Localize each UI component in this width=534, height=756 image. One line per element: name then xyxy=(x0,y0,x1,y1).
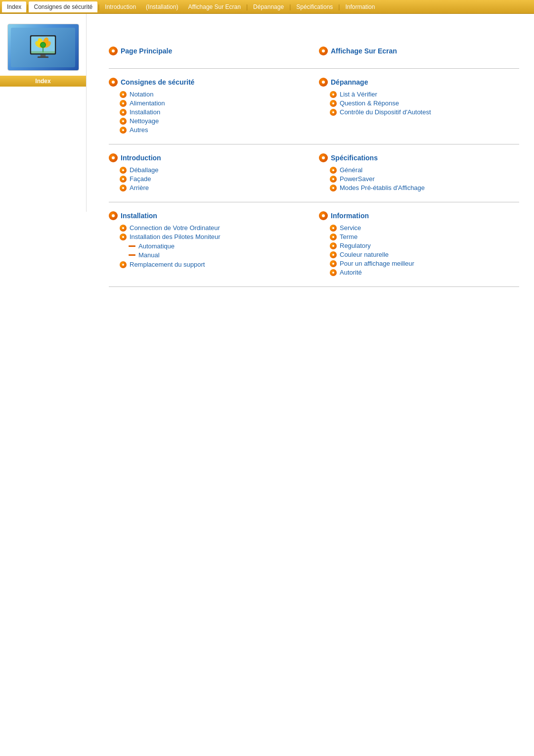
section-depannage: Dépannage List à Vérifier Question & Rép… xyxy=(314,69,519,144)
list-item[interactable]: Installation des Pilotes Moniteur xyxy=(120,233,294,240)
sub-sub-items-install: Automatique Manual xyxy=(129,242,294,259)
icon-powersaver xyxy=(330,176,337,183)
list-item[interactable]: Manual xyxy=(129,251,294,259)
section-header-depannage: Dépannage xyxy=(319,78,509,87)
link-information[interactable]: Information xyxy=(331,212,369,220)
nav-item-safety[interactable]: Consignes de sécurité xyxy=(29,1,97,12)
sub-items-consignes: Notation Alimentation Installation Netto… xyxy=(120,91,294,134)
icon-installation xyxy=(109,211,118,220)
sidebar: Index xyxy=(0,14,87,212)
list-item[interactable]: Automatique xyxy=(129,242,294,250)
list-item[interactable]: Déballage xyxy=(120,166,294,174)
link-depannage[interactable]: Dépannage xyxy=(331,78,368,86)
icon-installation-sub xyxy=(120,109,127,116)
link-autorite[interactable]: Autorité xyxy=(340,269,362,276)
list-item[interactable]: Modes Pré-établis d'Affichage xyxy=(330,184,509,191)
section-consignes: Consignes de sécurité Notation Alimentat… xyxy=(109,69,314,144)
link-couleur-naturelle[interactable]: Couleur naturelle xyxy=(340,251,389,258)
link-powersaver[interactable]: PowerSaver xyxy=(340,175,375,183)
icon-information xyxy=(319,211,328,220)
list-item[interactable]: PowerSaver xyxy=(330,175,509,183)
link-facade[interactable]: Façade xyxy=(130,175,151,183)
link-consignes[interactable]: Consignes de sécurité xyxy=(121,78,194,86)
list-item[interactable]: Général xyxy=(330,166,509,174)
icon-dash-manual xyxy=(129,254,135,256)
list-item[interactable]: Contrôle du Dispositif d'Autotest xyxy=(330,108,509,116)
icon-service xyxy=(330,225,337,232)
link-specifications[interactable]: Spécifications xyxy=(331,154,378,162)
list-item[interactable]: Installation xyxy=(120,108,294,116)
nav-item-info[interactable]: Information xyxy=(340,1,380,12)
main-content: Page Principale Affichage Sur Ecran Cons… xyxy=(94,28,534,297)
link-regulatory[interactable]: Regulatory xyxy=(340,242,371,249)
list-item[interactable]: Façade xyxy=(120,175,294,183)
nav-item-index[interactable]: Index xyxy=(2,1,26,12)
nav-item-troubleshoot[interactable]: Dépannage xyxy=(248,1,289,12)
link-list-verifier[interactable]: List à Vérifier xyxy=(340,91,377,98)
list-item[interactable]: Connection de Votre Ordinateur xyxy=(120,224,294,232)
sub-items-information: Service Terme Regulatory Couleur naturel… xyxy=(330,224,509,276)
icon-modes-preétablis xyxy=(330,185,337,191)
link-controle[interactable]: Contrôle du Dispositif d'Autotest xyxy=(340,108,431,116)
sidebar-index-button[interactable]: Index xyxy=(0,76,86,87)
sub-items-installation: Connection de Votre Ordinateur Installat… xyxy=(120,224,294,268)
nav-item-install[interactable]: (Installation) xyxy=(141,1,183,12)
link-modes-preétablis[interactable]: Modes Pré-établis d'Affichage xyxy=(340,184,425,191)
link-arriere[interactable]: Arrière xyxy=(130,184,149,191)
link-question-reponse[interactable]: Question & Réponse xyxy=(340,99,399,107)
link-deballage[interactable]: Déballage xyxy=(130,166,159,174)
link-remplacement[interactable]: Remplacement du support xyxy=(130,261,205,268)
section-header-page-principale: Page Principale xyxy=(109,47,299,55)
monitor-icon xyxy=(28,33,58,62)
link-manual[interactable]: Manual xyxy=(138,251,160,259)
list-item[interactable]: Question & Réponse xyxy=(330,99,509,107)
nav-item-specs[interactable]: Spécifications xyxy=(291,1,338,12)
list-item[interactable]: Regulatory xyxy=(330,242,509,249)
nav-item-display[interactable]: Affichage Sur Ecran xyxy=(183,1,246,12)
svg-rect-11 xyxy=(31,51,55,53)
link-page-principale[interactable]: Page Principale xyxy=(121,47,172,55)
sub-items-depannage: List à Vérifier Question & Réponse Contr… xyxy=(330,91,509,116)
link-installation-sub[interactable]: Installation xyxy=(130,108,160,116)
list-item[interactable]: Nettoyage xyxy=(120,117,294,125)
list-item[interactable]: Service xyxy=(330,224,509,232)
icon-depannage xyxy=(319,78,328,87)
list-item[interactable]: Couleur naturelle xyxy=(330,251,509,258)
link-nettoyage[interactable]: Nettoyage xyxy=(130,117,159,125)
icon-list-verifier xyxy=(330,91,337,98)
icon-introduction xyxy=(109,153,118,162)
list-item[interactable]: Autres xyxy=(120,126,294,134)
list-item[interactable]: Notation xyxy=(120,91,294,98)
list-item[interactable]: Autorité xyxy=(330,269,509,276)
link-affichage-meilleur[interactable]: Pour un affichage meilleur xyxy=(340,260,414,267)
list-item[interactable]: Terme xyxy=(330,233,509,240)
svg-point-9 xyxy=(41,43,45,47)
icon-affichage xyxy=(319,47,328,55)
link-connection[interactable]: Connection de Votre Ordinateur xyxy=(130,224,220,232)
link-notation[interactable]: Notation xyxy=(130,91,153,98)
link-alimentation[interactable]: Alimentation xyxy=(130,99,165,107)
link-pilotes[interactable]: Installation des Pilotes Moniteur xyxy=(130,233,221,240)
link-installation[interactable]: Installation xyxy=(121,212,157,220)
section-specifications: Spécifications Général PowerSaver Modes … xyxy=(314,144,519,202)
link-service[interactable]: Service xyxy=(340,224,361,232)
link-terme[interactable]: Terme xyxy=(340,233,357,240)
link-general[interactable]: Général xyxy=(340,166,362,174)
icon-autorite xyxy=(330,269,337,276)
link-introduction[interactable]: Introduction xyxy=(121,154,161,162)
link-autres[interactable]: Autres xyxy=(130,126,148,134)
list-item[interactable]: Remplacement du support xyxy=(120,261,294,268)
icon-couleur-naturelle xyxy=(330,251,337,258)
icon-deballage xyxy=(120,167,127,174)
icon-dash-auto xyxy=(129,245,135,247)
list-item[interactable]: Alimentation xyxy=(120,99,294,107)
list-item[interactable]: Arrière xyxy=(120,184,294,191)
top-navigation: Index | Consignes de sécurité | Introduc… xyxy=(0,0,534,14)
icon-affichage-meilleur xyxy=(330,260,337,267)
link-automatique[interactable]: Automatique xyxy=(138,242,175,250)
nav-item-intro[interactable]: Introduction xyxy=(100,1,141,12)
list-item[interactable]: Pour un affichage meilleur xyxy=(330,260,509,267)
icon-nettoyage xyxy=(120,118,127,125)
list-item[interactable]: List à Vérifier xyxy=(330,91,509,98)
link-affichage[interactable]: Affichage Sur Ecran xyxy=(331,47,397,55)
